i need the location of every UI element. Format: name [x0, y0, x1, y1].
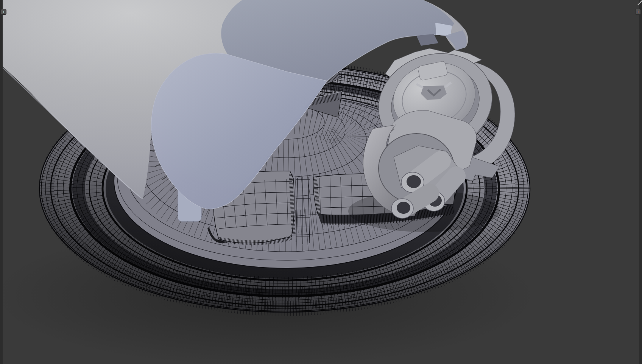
toolbar-expand-button[interactable]: +: [1, 9, 6, 15]
sidebar-expand-button[interactable]: +: [635, 9, 641, 15]
viewport-canvas[interactable]: [0, 0, 642, 364]
viewport[interactable]: + +: [0, 0, 642, 364]
viewport-right-border: [639, 0, 642, 364]
viewport-left-border: [0, 0, 3, 364]
area-resize-grip[interactable]: [635, 0, 642, 7]
